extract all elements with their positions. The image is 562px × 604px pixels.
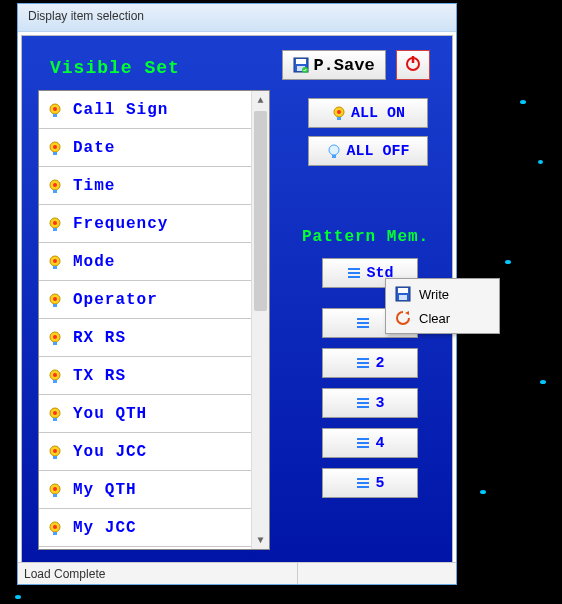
list-item[interactable]: Call Sign [39, 91, 251, 129]
context-clear-item[interactable]: Clear [389, 306, 496, 330]
pattern-context-menu: Write Clear [385, 278, 500, 334]
bulb-on-icon [47, 254, 63, 270]
bulb-on-icon [47, 292, 63, 308]
svg-rect-55 [53, 418, 57, 421]
svg-rect-10 [332, 155, 336, 158]
context-write-item[interactable]: Write [389, 282, 496, 306]
list-item-label: Date [73, 139, 115, 157]
scroll-up-icon[interactable]: ▲ [252, 91, 269, 109]
bulb-on-icon [47, 368, 63, 384]
svg-point-42 [53, 259, 57, 263]
all-on-button[interactable]: ALL ON [308, 98, 428, 128]
list-item[interactable]: Operator [39, 281, 251, 319]
floppy-save-icon [293, 57, 309, 73]
speck [540, 380, 546, 384]
pattern-2-button[interactable]: 2 [322, 348, 418, 378]
bulb-on-icon [47, 216, 63, 232]
pattern-5-label: 5 [375, 475, 384, 492]
svg-point-57 [53, 449, 57, 453]
pattern-2-label: 2 [375, 355, 384, 372]
svg-point-36 [53, 183, 57, 187]
svg-rect-1 [296, 59, 306, 64]
svg-point-9 [329, 145, 339, 155]
list-item-label: You JCC [73, 443, 147, 461]
list-item[interactable]: Frequency [39, 205, 251, 243]
list-item[interactable]: RX RS [39, 319, 251, 357]
speck [538, 160, 543, 164]
speck [520, 100, 526, 104]
scrollbar[interactable]: ▲ ▼ [251, 91, 269, 549]
svg-rect-64 [53, 532, 57, 535]
speck [480, 490, 486, 494]
svg-rect-58 [53, 456, 57, 459]
pattern-4-button[interactable]: 4 [322, 428, 418, 458]
svg-rect-46 [53, 304, 57, 307]
p-save-button[interactable]: P.Save [282, 50, 386, 80]
bulb-on-icon [47, 102, 63, 118]
bulb-on-icon [47, 482, 63, 498]
context-write-label: Write [419, 287, 449, 302]
svg-rect-8 [337, 117, 341, 120]
list-icon [355, 317, 371, 329]
window-title: Display item selection [28, 9, 144, 23]
list-item[interactable]: My QTH [39, 471, 251, 509]
svg-rect-31 [53, 114, 57, 117]
bulb-on-icon [47, 178, 63, 194]
status-bar: Load Complete [18, 562, 456, 584]
speck [505, 260, 511, 264]
svg-point-63 [53, 525, 57, 529]
refresh-clear-icon [395, 310, 411, 326]
heading-visible-set: Visible Set [50, 58, 180, 78]
list-icon [346, 267, 362, 279]
list-item-label: Frequency [73, 215, 168, 233]
heading-pattern-mem: Pattern Mem. [302, 228, 429, 246]
pattern-3-button[interactable]: 3 [322, 388, 418, 418]
list-item[interactable]: TX RS [39, 357, 251, 395]
list-item[interactable]: You JCC [39, 433, 251, 471]
floppy-write-icon [395, 286, 411, 302]
list-icon [355, 477, 371, 489]
list-item-label: My JCC [73, 519, 137, 537]
list-item-label: Call Sign [73, 101, 168, 119]
svg-point-48 [53, 335, 57, 339]
list-item[interactable]: You QTH [39, 395, 251, 433]
svg-rect-52 [53, 380, 57, 383]
list-item-label: You QTH [73, 405, 147, 423]
bulb-on-icon [331, 105, 347, 121]
bulb-on-icon [47, 330, 63, 346]
bulb-on-icon [47, 140, 63, 156]
list-item-label: My QTH [73, 481, 137, 499]
all-on-label: ALL ON [351, 105, 405, 122]
bulb-on-icon [47, 520, 63, 536]
power-button[interactable] [396, 50, 430, 80]
titlebar[interactable]: Display item selection [18, 4, 456, 32]
visible-set-listbox[interactable]: Call SignDateTimeFrequencyModeOperatorRX… [38, 90, 270, 550]
list-item[interactable]: My JCC [39, 509, 251, 547]
svg-rect-40 [53, 228, 57, 231]
svg-rect-66 [398, 288, 408, 293]
svg-point-33 [53, 145, 57, 149]
svg-rect-37 [53, 190, 57, 193]
pattern-4-label: 4 [375, 435, 384, 452]
list-item[interactable]: Time [39, 167, 251, 205]
pattern-5-button[interactable]: 5 [322, 468, 418, 498]
scroll-down-icon[interactable]: ▼ [252, 531, 269, 549]
bulb-on-icon [47, 444, 63, 460]
list-icon [355, 357, 371, 369]
pattern-3-label: 3 [375, 395, 384, 412]
svg-point-60 [53, 487, 57, 491]
svg-point-39 [53, 221, 57, 225]
status-text: Load Complete [18, 563, 298, 584]
svg-point-54 [53, 411, 57, 415]
list-item-label: Operator [73, 291, 158, 309]
scroll-thumb[interactable] [254, 111, 267, 311]
svg-rect-34 [53, 152, 57, 155]
p-save-label: P.Save [313, 56, 374, 75]
svg-rect-49 [53, 342, 57, 345]
svg-point-45 [53, 297, 57, 301]
all-off-label: ALL OFF [346, 143, 409, 160]
list-item-label: Time [73, 177, 115, 195]
list-item[interactable]: Date [39, 129, 251, 167]
list-item[interactable]: Mode [39, 243, 251, 281]
all-off-button[interactable]: ALL OFF [308, 136, 428, 166]
